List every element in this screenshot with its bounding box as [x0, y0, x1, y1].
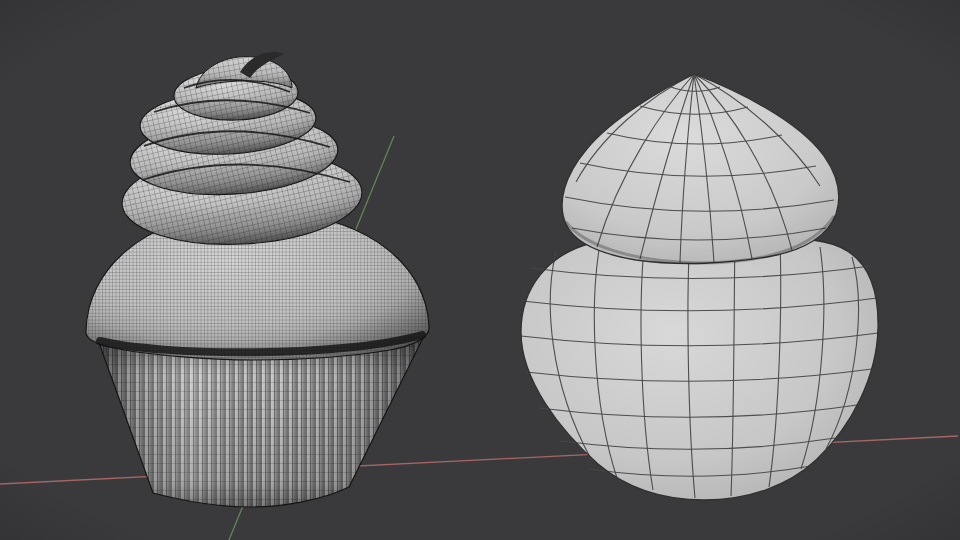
3d-viewport[interactable] [0, 0, 960, 540]
viewport-stage [0, 0, 960, 540]
